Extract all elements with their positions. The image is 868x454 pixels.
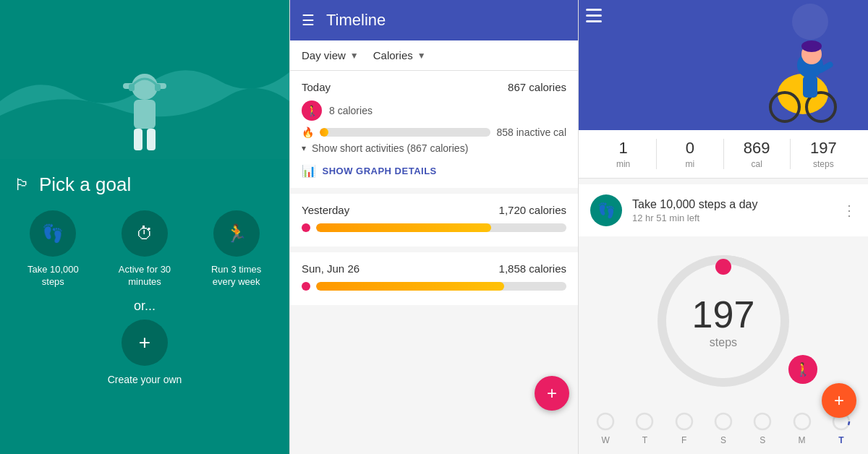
svg-rect-18: [586, 9, 602, 11]
yesterday-bar: [302, 223, 566, 232]
svg-rect-5: [147, 129, 156, 150]
bar-chart-icon: 📊: [302, 164, 317, 178]
goal-card-icon: 👣: [590, 194, 622, 226]
stat-miles-unit: mi: [657, 159, 723, 169]
goal-label-active: Active for 30 minutes: [109, 264, 181, 288]
inactive-bar-bg: [320, 128, 490, 137]
pick-goal-header: 🏳 Pick a goal: [0, 159, 289, 203]
day-item-S1[interactable]: S: [713, 411, 733, 445]
chevron-icon: ▾: [302, 143, 306, 153]
today-calories: 867 calories: [508, 81, 566, 93]
goal-card-info: Take 10,000 steps a day 12 hr 51 min lef…: [632, 198, 832, 223]
day-item-W[interactable]: W: [595, 411, 616, 445]
stat-calories: 869 cal: [724, 139, 791, 169]
illustration-area: [0, 0, 289, 159]
days-row: W T F S S: [579, 406, 868, 454]
timeline-panel: ☰ Timeline Day view ▼ Calories ▼ Today 8…: [289, 0, 579, 454]
svg-point-23: [597, 414, 613, 429]
svg-point-24: [637, 414, 652, 429]
create-own-label: Create your own: [108, 373, 182, 386]
add-steps-fab[interactable]: +: [822, 383, 856, 418]
goal-card-menu-button[interactable]: ⋮: [842, 202, 856, 219]
active-cal-label: 8 calories: [329, 105, 373, 116]
calories-dropdown[interactable]: Calories ▼: [373, 49, 426, 61]
plus-icon: +: [139, 331, 150, 354]
today-section: Today 867 calories 🚶 8 calories 🔥 858 in…: [290, 71, 578, 188]
show-graph-button[interactable]: 📊 SHOW GRAPH DETAILS: [302, 164, 566, 178]
svg-rect-14: [803, 76, 817, 98]
goal-card: 👣 Take 10,000 steps a day 12 hr 51 min l…: [579, 184, 868, 236]
or-text: or...: [134, 299, 156, 314]
steps-stats-bar: 1 min 0 mi 869 cal 197 steps: [579, 130, 868, 179]
day-item-T1[interactable]: T: [634, 411, 655, 445]
show-graph-label: SHOW GRAPH DETAILS: [323, 166, 437, 176]
svg-point-28: [794, 414, 810, 429]
calories-label: Calories: [373, 49, 413, 61]
svg-rect-20: [586, 20, 602, 22]
svg-rect-1: [134, 100, 156, 129]
create-own-button[interactable]: + Create your own: [108, 320, 182, 386]
timeline-title: Timeline: [326, 11, 386, 30]
create-own-circle: +: [122, 320, 168, 366]
svg-rect-19: [586, 14, 602, 17]
sun-label: Sun, Jun 26: [302, 262, 359, 275]
inactive-bar-fill: [320, 128, 328, 137]
sun-bar-fill: [316, 282, 504, 291]
yesterday-header: Yesterday 1,720 calories: [302, 204, 566, 216]
goal-card-title: Take 10,000 steps a day: [632, 198, 832, 211]
goal-options-list: 👣 Take 10,000 steps ⏱ Active for 30 minu…: [0, 203, 289, 288]
day-letter-S2: S: [760, 435, 765, 445]
active-cal-icon: 🚶: [302, 100, 322, 121]
yesterday-bar-fill: [316, 223, 491, 232]
timeline-header: ☰ Timeline: [290, 0, 578, 40]
sun-bar-bg: [316, 282, 566, 291]
sun-header: Sun, Jun 26 1,858 calories: [302, 262, 566, 275]
svg-rect-6: [129, 84, 135, 91]
pick-goal-panel: 🏳 Pick a goal 👣 Take 10,000 steps ⏱ Acti…: [0, 0, 289, 454]
day-letter-F: F: [681, 435, 686, 445]
active-cal-row: 🚶 8 calories: [302, 100, 566, 121]
calories-chevron: ▼: [417, 51, 426, 61]
show-activities-label: Show short activities (867 calories): [312, 142, 468, 154]
today-label: Today: [302, 81, 331, 93]
yesterday-dot: [302, 223, 310, 232]
today-header: Today 867 calories: [302, 81, 566, 93]
steps-count-label: steps: [692, 336, 755, 349]
goal-circle-steps: 👣: [30, 210, 76, 257]
steps-progress-circle: 197 steps: [651, 249, 796, 393]
stat-minutes: 1 min: [590, 139, 657, 169]
goal-item-active[interactable]: ⏱ Active for 30 minutes: [109, 210, 181, 288]
progress-dot: [715, 259, 731, 275]
walking-icon-overlay: 🚶: [788, 355, 817, 384]
stat-minutes-value: 1: [590, 139, 656, 158]
day-letter-T2-active: T: [838, 435, 843, 445]
add-activity-fab[interactable]: +: [535, 376, 569, 411]
day-view-label: Day view: [302, 49, 346, 61]
goal-label-steps: Take 10,000 steps: [17, 264, 89, 288]
svg-point-27: [754, 414, 770, 429]
menu-icon[interactable]: ☰: [302, 12, 315, 29]
day-item-M[interactable]: M: [792, 411, 812, 445]
day-item-F[interactable]: F: [674, 411, 694, 445]
stat-miles-value: 0: [657, 139, 723, 158]
goal-item-steps[interactable]: 👣 Take 10,000 steps: [17, 210, 89, 288]
svg-point-17: [801, 40, 822, 52]
timeline-filters: Day view ▼ Calories ▼: [290, 40, 578, 71]
stat-miles: 0 mi: [657, 139, 723, 169]
yesterday-label: Yesterday: [302, 204, 349, 216]
sun-bar: [302, 282, 566, 291]
steps-tracker-panel: 1 min 0 mi 869 cal 197 steps 👣 Take 10,0…: [579, 0, 868, 454]
flag-icon: 🏳: [14, 176, 30, 194]
day-letter-T1: T: [642, 435, 647, 445]
stat-minutes-unit: min: [590, 159, 656, 169]
day-view-dropdown[interactable]: Day view ▼: [302, 49, 359, 61]
goal-circle-active: ⏱: [122, 210, 168, 257]
sun-calories: 1,858 calories: [499, 262, 566, 275]
day-letter-S1: S: [720, 435, 726, 445]
day-item-S2[interactable]: S: [752, 411, 773, 445]
show-activities-toggle[interactable]: ▾ Show short activities (867 calories): [302, 142, 566, 154]
flame-icon: 🔥: [302, 127, 314, 138]
stat-calories-value: 869: [724, 139, 790, 158]
goal-item-run[interactable]: 🏃 Run 3 times every week: [200, 210, 273, 288]
svg-point-26: [715, 414, 731, 429]
